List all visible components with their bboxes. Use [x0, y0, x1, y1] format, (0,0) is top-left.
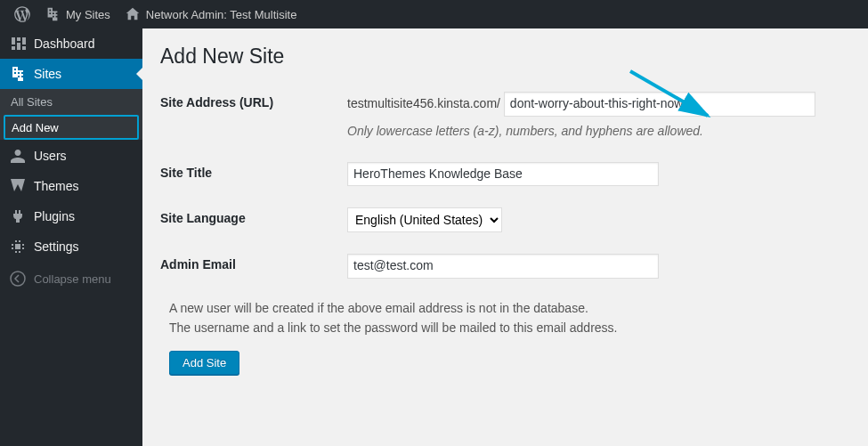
label-site-address: Site Address (URL)	[160, 81, 347, 151]
label-admin-email: Admin Email	[160, 243, 347, 289]
site-address-input[interactable]	[504, 92, 815, 117]
label-site-title: Site Title	[160, 151, 347, 198]
sidebar-item-plugins[interactable]: Plugins	[0, 201, 142, 231]
site-title-input[interactable]	[347, 162, 659, 187]
adminbar-my-sites[interactable]: My Sites	[37, 0, 118, 28]
adminbar: My Sites Network Admin: Test Multisite	[0, 0, 868, 28]
site-address-hint: Only lowercase letters (a-z), numbers, a…	[347, 122, 841, 141]
form-note: A new user will be created if the above …	[169, 298, 850, 338]
sidebar-item-label: Settings	[34, 239, 79, 254]
page-title: Add New Site	[160, 45, 850, 69]
main-content: Add New Site Site Address (URL) testmult…	[142, 28, 868, 446]
adminbar-my-sites-label: My Sites	[66, 8, 110, 21]
sites-icon	[9, 65, 27, 83]
sidebar-item-themes[interactable]: Themes	[0, 171, 142, 201]
sidebar-item-sites[interactable]: Sites	[0, 59, 142, 89]
add-site-button[interactable]: Add Site	[169, 351, 239, 375]
form-note-line1: A new user will be created if the above …	[169, 301, 588, 315]
collapse-icon	[9, 270, 27, 288]
sidebar-item-settings[interactable]: Settings	[0, 231, 142, 262]
sidebar-item-users[interactable]: Users	[0, 141, 142, 171]
form-note-line2: The username and a link to set the passw…	[169, 320, 617, 335]
wordpress-logo-icon	[14, 6, 30, 22]
plugins-icon	[9, 207, 27, 225]
sidebar-item-label: All Sites	[11, 95, 53, 109]
themes-icon	[9, 177, 27, 195]
admin-email-input[interactable]	[347, 254, 659, 279]
sidebar-item-label: Themes	[34, 179, 79, 193]
sidebar-item-label: Users	[34, 149, 67, 163]
sidebar-item-label: Plugins	[34, 209, 75, 223]
url-prefix: testmultisite456.kinsta.com/	[347, 96, 500, 110]
sidebar-item-label: Add New	[12, 121, 59, 134]
home-icon	[125, 6, 141, 22]
adminbar-wp-logo[interactable]	[7, 0, 37, 28]
users-icon	[9, 147, 27, 165]
sidebar-collapse-label: Collapse menu	[34, 272, 111, 286]
sidebar-item-label: Sites	[34, 67, 61, 81]
sidebar-submenu-all-sites[interactable]: All Sites	[0, 89, 142, 114]
dashboard-icon	[9, 35, 27, 53]
svg-point-0	[11, 272, 25, 286]
adminbar-network-admin[interactable]: Network Admin: Test Multisite	[118, 0, 304, 28]
adminbar-network-admin-label: Network Admin: Test Multisite	[146, 8, 297, 21]
sidebar-submenu-sites: All Sites Add New	[0, 89, 142, 140]
sidebar-collapse[interactable]: Collapse menu	[0, 264, 142, 294]
form-table: Site Address (URL) testmultisite456.kins…	[160, 81, 850, 289]
sidebar-submenu-add-new[interactable]: Add New	[4, 115, 139, 140]
sidebar-item-label: Dashboard	[34, 36, 95, 51]
sidebar-item-dashboard[interactable]: Dashboard	[0, 28, 142, 59]
settings-icon	[9, 238, 27, 255]
sites-icon	[45, 6, 61, 22]
label-site-language: Site Language	[160, 197, 347, 243]
admin-sidebar: Dashboard Sites All Sites Add New Users …	[0, 28, 142, 446]
site-language-select[interactable]: English (United States)	[347, 207, 502, 232]
